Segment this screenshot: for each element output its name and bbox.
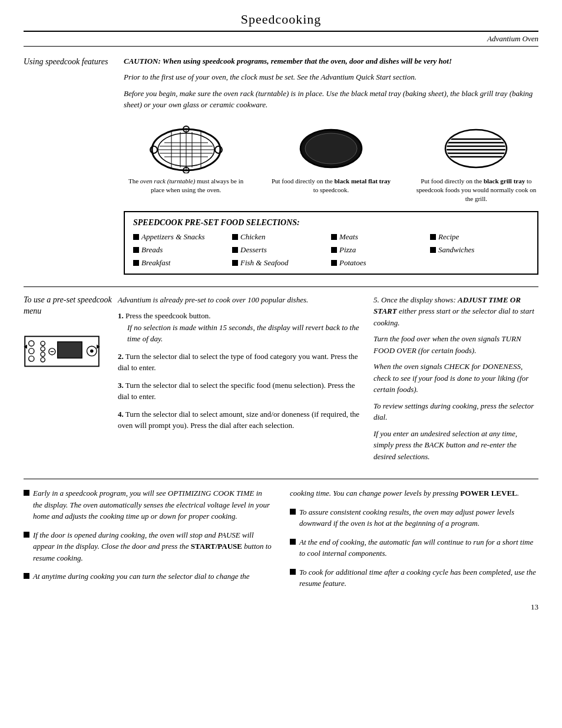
svg-point-30: [41, 341, 45, 345]
step-3: 3. Turn the selector dial to select the …: [118, 380, 362, 403]
flat-tray-item: Put food directly on the black metal fla…: [269, 120, 393, 204]
preset-item-fish: Fish & Seafood: [232, 258, 331, 268]
bullet-icon: [133, 260, 139, 266]
lower-left-col: To use a pre-set speedcook menu: [24, 294, 118, 467]
svg-point-27: [29, 341, 34, 346]
step-2: 2. Turn the selector dial to select the …: [118, 351, 362, 374]
svg-point-17: [305, 133, 357, 164]
right-italic-3: If you enter an undesired selection at a…: [373, 428, 538, 463]
step-4: 4. Turn the selector dial to select amou…: [118, 409, 362, 431]
bullet-icon: [290, 569, 296, 575]
bullet-icon: [232, 260, 238, 266]
bullet-icon: [24, 532, 29, 538]
intro-para-2: Before you begin, make sure the oven rac…: [124, 88, 538, 111]
bullet-icon: [290, 539, 296, 545]
svg-point-31: [41, 347, 45, 351]
intro-para-1: Prior to the first use of your oven, the…: [124, 71, 538, 83]
preset-item-desserts: Desserts: [232, 245, 331, 255]
svg-point-28: [29, 348, 34, 354]
bottom-notes-section: Early in a speedcook program, you will s…: [24, 479, 538, 597]
bullet-icon: [232, 247, 238, 253]
preset-item-empty: [430, 258, 529, 268]
flat-tray-icon: [293, 120, 369, 173]
caution-text: CAUTION: When using speedcook programs, …: [124, 56, 538, 67]
flat-tray-caption: Put food directly on the black metal fla…: [269, 177, 393, 195]
preset-item-pizza: Pizza: [331, 245, 430, 255]
preset-item-meats: Meats: [331, 232, 430, 242]
page-number: 13: [24, 602, 538, 612]
bottom-note-4: cooking time. You can change power level…: [290, 487, 538, 499]
page-header: Speedcooking: [24, 12, 538, 32]
preset-box: SPEEDCOOK PRE-SET FOOD SELECTIONS: Appet…: [124, 211, 538, 275]
bottom-note-4-text: cooking time. You can change power level…: [290, 487, 519, 499]
right-italic-2: To review settings during cooking, press…: [373, 400, 538, 423]
left-column: Using speedcook features: [24, 56, 118, 275]
bullet-icon: [430, 234, 436, 240]
step-1: 1. Press the speedcook button. If no sel…: [118, 310, 362, 345]
bullet-icon: [331, 260, 337, 266]
oven-rack-caption: The oven rack (turntable) must always be…: [124, 177, 248, 195]
bottom-col-right: cooking time. You can change power level…: [290, 487, 538, 597]
preset-item-breads: Breads: [133, 245, 232, 255]
steps-column: Advantium is already pre-set to cook ove…: [118, 294, 362, 467]
preset-item-potatoes: Potatoes: [331, 258, 430, 268]
bullet-icon: [133, 247, 139, 253]
bottom-note-2-text: If the door is opened during cooking, th…: [33, 529, 272, 564]
svg-point-29: [29, 356, 34, 361]
step5-text: 5. Once the display shows: ADJUST TIME O…: [373, 294, 538, 329]
grill-tray-item: Put food directly on the black grill tra…: [414, 120, 538, 204]
svg-point-32: [41, 352, 45, 356]
right-italics-column: 5. Once the display shows: ADJUST TIME O…: [373, 294, 538, 467]
bottom-note-2: If the door is opened during cooking, th…: [24, 529, 272, 564]
bottom-note-7: To cook for additional time after a cook…: [290, 566, 538, 589]
right-column: CAUTION: When using speedcook programs, …: [118, 56, 538, 275]
svg-rect-36: [58, 342, 82, 358]
preset-title: SPEEDCOOK PRE-SET FOOD SELECTIONS:: [133, 218, 529, 228]
preset-item-sandwiches: Sandwiches: [430, 245, 529, 255]
bottom-note-6: At the end of cooking, the automatic fan…: [290, 536, 538, 559]
steps-list: 1. Press the speedcook button. If no sel…: [118, 310, 362, 431]
oven-rack-item: The oven rack (turntable) must always be…: [124, 120, 248, 204]
oven-diagram-icon: [24, 334, 100, 369]
svg-point-33: [41, 358, 45, 362]
preset-section-title: To use a pre-set speedcook menu: [24, 294, 112, 317]
bullet-icon: [290, 509, 296, 515]
bullet-icon: [232, 234, 238, 240]
images-row: The oven rack (turntable) must always be…: [124, 120, 538, 204]
bullet-icon: [331, 247, 337, 253]
bottom-note-1: Early in a speedcook program, you will s…: [24, 487, 272, 522]
bullet-icon: [24, 490, 29, 496]
preset-item-breakfast: Breakfast: [133, 258, 232, 268]
bottom-note-7-text: To cook for additional time after a cook…: [299, 566, 538, 589]
bullet-icon: [430, 247, 436, 253]
bottom-note-3: At anytime during cooking you can turn t…: [24, 571, 272, 582]
bottom-col-left: Early in a speedcook program, you will s…: [24, 487, 272, 597]
bottom-note-6-text: At the end of cooking, the automatic fan…: [299, 536, 538, 559]
right-italic-0: Turn the food over when the oven signals…: [373, 333, 538, 356]
grill-tray-icon: [438, 120, 514, 173]
bottom-note-5: To assure consistent cooking results, th…: [290, 506, 538, 529]
bullet-icon: [331, 234, 337, 240]
main-content: Using speedcook features CAUTION: When u…: [24, 56, 538, 275]
page-title: Speedcooking: [24, 12, 538, 27]
bullet-icon: [133, 234, 139, 240]
page: Speedcooking Advantium Oven Using speedc…: [0, 0, 562, 728]
step-1-sub: If no selection is made within 15 second…: [127, 322, 362, 345]
advantium-intro: Advantium is already pre-set to cook ove…: [118, 294, 362, 306]
oven-rack-icon: [148, 120, 224, 173]
grill-tray-caption: Put food directly on the black grill tra…: [414, 177, 538, 204]
bottom-note-1-text: Early in a speedcook program, you will s…: [33, 487, 272, 522]
bullet-icon: [24, 573, 29, 579]
right-italic-1: When the oven signals CHECK for DONENESS…: [373, 361, 538, 396]
using-section-title: Using speedcook features: [24, 56, 112, 68]
page-subtitle: Advantium Oven: [24, 34, 538, 47]
preset-item-chicken: Chicken: [232, 232, 331, 242]
bottom-note-3-text: At anytime during cooking you can turn t…: [33, 571, 250, 582]
bottom-note-5-text: To assure consistent cooking results, th…: [299, 506, 538, 529]
svg-point-38: [90, 350, 94, 353]
preset-item-recipe: Recipe: [430, 232, 529, 242]
preset-grid: Appetizers & Snacks Chicken Meats Recipe: [133, 232, 529, 268]
lower-section: To use a pre-set speedcook menu: [24, 286, 538, 467]
svg-point-19: [447, 131, 505, 166]
svg-point-18: [445, 130, 507, 167]
